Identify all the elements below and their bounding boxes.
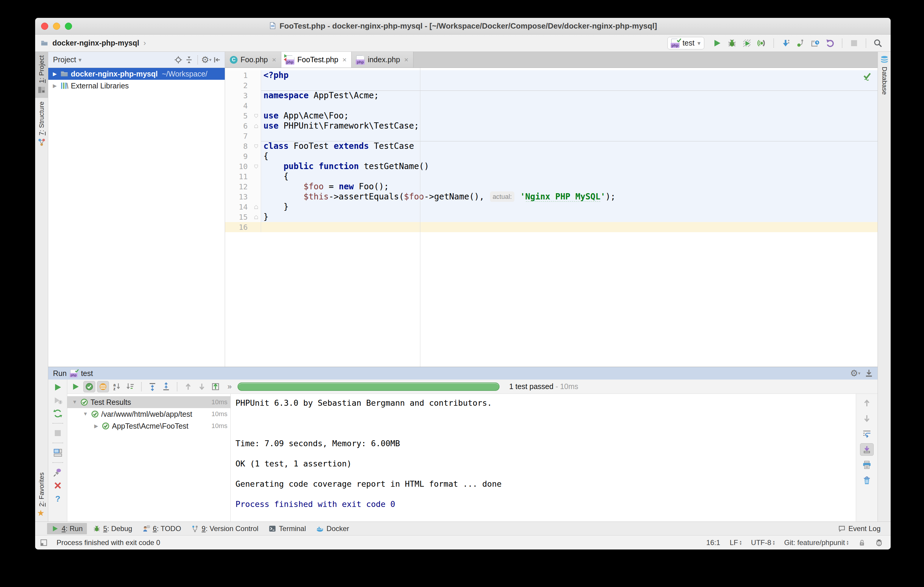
restore-layout-button[interactable] xyxy=(51,447,64,459)
toolwindow-docker[interactable]: Docker xyxy=(312,523,353,534)
inspection-ok-icon[interactable] xyxy=(862,71,872,81)
code-token: ); xyxy=(606,192,615,202)
show-ignored-toggle[interactable] xyxy=(97,381,109,392)
import-test-results-button[interactable] xyxy=(210,381,221,392)
soft-wrap-button[interactable] xyxy=(860,428,874,440)
close-window-button[interactable] xyxy=(41,23,48,30)
expand-arrow-icon[interactable]: ▼ xyxy=(71,399,78,405)
toolwindow-todo[interactable]: 6: TODO xyxy=(138,523,185,534)
locate-file-button[interactable] xyxy=(173,54,184,65)
debug-button[interactable] xyxy=(726,37,738,49)
rerun-tests-button[interactable] xyxy=(70,381,82,392)
fold-up-icon[interactable] xyxy=(251,124,261,129)
stripe-favorites[interactable]: 2: Favorites★ xyxy=(35,469,48,521)
tab-index-php[interactable]: phpindex.php× xyxy=(351,52,413,68)
minimize-window-button[interactable] xyxy=(53,23,60,30)
mnemonic: 5 xyxy=(103,524,107,533)
readonly-toggle[interactable] xyxy=(858,539,866,546)
rerun-button[interactable] xyxy=(51,381,64,393)
highlighting-level[interactable] xyxy=(875,539,883,546)
sort-by-duration-toggle[interactable] xyxy=(124,381,136,392)
breadcrumb[interactable]: docker-nginx-php-mysql › xyxy=(41,38,146,48)
hide-panel-button[interactable] xyxy=(212,54,223,65)
project-tree-row[interactable]: ▶docker-nginx-php-mysql~/Workspace/ xyxy=(48,68,225,80)
hide-run-panel-button[interactable] xyxy=(863,368,874,379)
collapse-all-button[interactable] xyxy=(184,54,195,65)
help-button[interactable]: ? xyxy=(51,493,64,505)
console-line xyxy=(236,489,856,499)
readonly-toggle-icon xyxy=(858,539,866,546)
fold-up-icon[interactable] xyxy=(251,214,261,220)
caret-position[interactable]: 16:1 xyxy=(706,539,720,547)
update-project-button[interactable] xyxy=(779,37,792,49)
toolwindow-terminal[interactable]: Terminal xyxy=(264,523,310,534)
chevron-down-icon[interactable]: ▾ xyxy=(79,56,82,63)
sort-alphabetically-toggle[interactable]: az xyxy=(111,381,123,392)
stripe-label: 7: Structure xyxy=(38,102,46,135)
recent-changes-button[interactable] xyxy=(809,37,822,49)
stripe-database[interactable]: Database xyxy=(878,52,891,98)
toolwindow-switcher-icon[interactable] xyxy=(40,539,48,546)
stripe-project[interactable]: 1: Project xyxy=(35,52,48,98)
run-button[interactable] xyxy=(711,37,723,49)
run-settings-button[interactable]: ⚙▾ xyxy=(850,368,861,379)
tab-foo-php[interactable]: CFoo.php× xyxy=(225,52,281,68)
print-button[interactable] xyxy=(860,459,874,471)
expand-all-button[interactable] xyxy=(147,381,158,392)
expand-arrow-icon[interactable]: ▶ xyxy=(52,71,58,77)
commit-changes-button[interactable] xyxy=(794,37,807,49)
scroll-to-end-button[interactable] xyxy=(860,443,874,456)
zoom-window-button[interactable] xyxy=(65,23,72,30)
expand-arrow-icon[interactable]: ▶ xyxy=(93,423,99,429)
traffic-lights xyxy=(41,23,72,30)
parameter-hint: actual: xyxy=(490,191,515,202)
console-output[interactable]: PHPUnit 6.3.0 by Sebastian Bergmann and … xyxy=(230,394,856,521)
code-token: ' xyxy=(520,192,525,202)
event-log-button[interactable]: Event Log xyxy=(834,523,885,534)
rollback-button[interactable] xyxy=(824,37,837,49)
fold-up-icon[interactable] xyxy=(251,204,261,209)
close-button[interactable] xyxy=(51,480,64,491)
tab-footest-php[interactable]: phpFooTest.php× xyxy=(281,52,352,68)
test-tree-row[interactable]: ▼/var/www/html/web/app/test10ms xyxy=(67,408,230,420)
clear-all-button[interactable] xyxy=(860,474,874,487)
more-actions-chevron[interactable]: » xyxy=(228,382,232,391)
code-text xyxy=(261,131,878,141)
test-tree-row[interactable]: ▼Test Results10ms xyxy=(67,396,230,408)
project-item-path: ~/Workspace/ xyxy=(162,70,208,78)
close-tab-icon[interactable]: × xyxy=(272,56,276,64)
git-branch[interactable]: Git: feature/phpunit▴▾ xyxy=(784,539,848,547)
show-passed-toggle[interactable] xyxy=(83,381,95,392)
editor-gutter: 11 xyxy=(225,171,261,181)
prev-occurrence-button xyxy=(860,397,874,409)
fold-down-icon[interactable] xyxy=(251,144,261,149)
line-separator[interactable]: LF▴▾ xyxy=(729,539,741,547)
search-everywhere-button[interactable] xyxy=(871,37,884,49)
pin-tab-button[interactable] xyxy=(51,467,64,478)
expand-arrow-icon[interactable]: ▼ xyxy=(82,411,89,417)
expand-arrow-icon[interactable]: ▶ xyxy=(52,83,58,89)
toolwindow-label: 5: Debug xyxy=(103,524,132,533)
settings-button[interactable]: ⚙▾ xyxy=(201,54,212,65)
toolbar-separator xyxy=(53,462,63,463)
console-line: Generating code coverage report in HTML … xyxy=(236,479,856,489)
test-tree-row[interactable]: ▶AppTest\Acme\FooTest10ms xyxy=(67,420,230,432)
toolwindow-version-control[interactable]: 9: Version Control xyxy=(187,523,262,534)
fold-down-icon[interactable] xyxy=(251,164,261,169)
fold-down-icon[interactable] xyxy=(251,114,261,119)
close-tab-icon[interactable]: × xyxy=(342,56,346,64)
console-line xyxy=(236,428,856,439)
run-with-coverage-button[interactable] xyxy=(741,37,753,49)
close-tab-icon[interactable]: × xyxy=(404,56,408,64)
listen-php-debug-button[interactable] xyxy=(756,37,768,49)
project-tree-row[interactable]: ▶External Libraries xyxy=(48,80,225,92)
toolwindow-debug[interactable]: 5: Debug xyxy=(89,523,136,534)
code-editor[interactable]: 1<?php23namespace AppTest\Acme;45use App… xyxy=(225,68,878,367)
run-tab-label[interactable]: test xyxy=(81,369,93,378)
stripe-structure[interactable]: 7: Structure xyxy=(35,98,48,150)
collapse-all-button[interactable] xyxy=(160,381,172,392)
run-configuration-select[interactable]: php test ▾ xyxy=(667,37,704,49)
toggle-auto-test-button[interactable] xyxy=(51,407,64,419)
toolwindow-run[interactable]: 4: Run xyxy=(47,523,87,534)
file-encoding[interactable]: UTF-8▴▾ xyxy=(751,539,775,547)
